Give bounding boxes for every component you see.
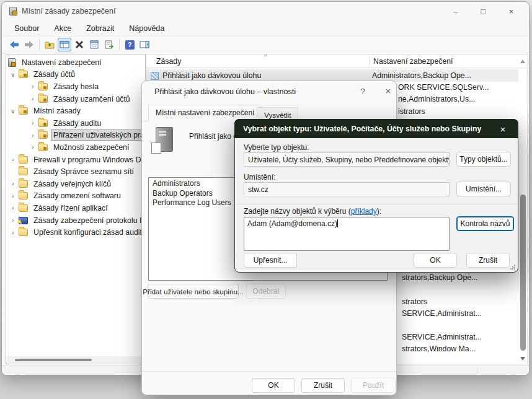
- tree-item-network-list-manager[interactable]: Zásady Správce seznamu sítí: [9, 165, 145, 178]
- chevron-down-icon[interactable]: ∨: [9, 108, 17, 115]
- dialog-help-button[interactable]: ?: [357, 87, 369, 96]
- tree-item-local-policies[interactable]: ∨Místní zásady: [9, 105, 145, 117]
- export-list-button[interactable]: [102, 38, 116, 51]
- chevron-right-icon[interactable]: ›: [9, 193, 17, 200]
- chevron-right-icon[interactable]: ›: [9, 229, 17, 236]
- policy-setting-fragment[interactable]: strators,Window Ma...: [402, 343, 476, 355]
- policy-row-selected[interactable]: Přihlásit jako dávkovou úlohu Administra…: [146, 69, 518, 82]
- menu-help[interactable]: Nápověda: [122, 22, 172, 35]
- delete-icon: [74, 40, 84, 50]
- toolbar-separator: [119, 39, 120, 50]
- tree-item-ip-security[interactable]: ›Zásady zabezpečení protokolu IP -: [9, 214, 145, 227]
- locations-button[interactable]: Umístění...: [456, 182, 511, 196]
- chevron-right-icon[interactable]: ›: [29, 83, 37, 90]
- add-user-or-group-button[interactable]: Přidat uživatele nebo skupinu...: [148, 284, 239, 299]
- policy-setting-fragment[interactable]: SERVICE,Administrat...: [402, 308, 482, 320]
- tree-item-lockout-policy[interactable]: ›Zásady uzamčení účtů: [29, 93, 145, 105]
- select-object-dialog: Vybrat objekt typu: Uživatelé, Počítače,…: [234, 119, 518, 273]
- tree-item-advanced-audit[interactable]: ›Upřesnit konfiguraci zásad auditov: [9, 226, 145, 239]
- back-button[interactable]: [7, 38, 21, 51]
- tree-item-public-key-policies[interactable]: ›Zásady veřejných klíčů: [9, 178, 145, 190]
- folder-icon: [19, 229, 28, 236]
- folder-lock-icon: [19, 71, 28, 78]
- folder-lock-icon: [38, 131, 48, 139]
- chevron-right-icon[interactable]: ›: [29, 120, 37, 126]
- chevron-right-icon[interactable]: ›: [9, 204, 17, 211]
- menu-action[interactable]: Akce: [47, 22, 79, 35]
- titlebar: Místní zásady zabezpečení – □ ×: [2, 2, 529, 20]
- tree-item-account-policies[interactable]: ∨Zásady účtů: [9, 69, 145, 81]
- policy-setting-fragment[interactable]: ne,Administrators,Us...: [398, 94, 475, 105]
- check-names-button[interactable]: Kontrola názvů: [456, 216, 514, 231]
- folder-icon: [19, 180, 28, 188]
- tree-item-user-rights-assignment[interactable]: ›Přiřazení uživatelských práv: [29, 129, 145, 142]
- security-root-icon: [8, 58, 16, 67]
- policy-setting-fragment[interactable]: istrators: [398, 106, 425, 118]
- text-cursor: [337, 219, 338, 227]
- section-separator: [235, 204, 518, 204]
- maximize-button[interactable]: □: [469, 2, 497, 20]
- object-type-label: Vyberte typ objektu:: [244, 143, 309, 152]
- folder-lock-icon: [38, 95, 48, 103]
- ok-button[interactable]: OK: [414, 253, 457, 268]
- remove-button[interactable]: Odebrat: [246, 284, 286, 299]
- advanced-button[interactable]: Upřesnit...: [244, 253, 297, 268]
- policy-setting-fragment[interactable]: SERVICE,Administrat...: [402, 331, 482, 343]
- resize-grip[interactable]: [510, 265, 515, 270]
- menu-view[interactable]: Zobrazit: [79, 22, 122, 35]
- tree-horizontal-scrollbar[interactable]: [6, 356, 145, 364]
- folder-icon: [19, 168, 28, 175]
- minimize-button[interactable]: –: [441, 2, 469, 20]
- properties-button[interactable]: [87, 38, 101, 51]
- column-policy[interactable]: Zásady: [156, 57, 181, 66]
- policy-setting-fragment[interactable]: ORK SERVICE,SQLServ...: [398, 82, 489, 94]
- cancel-button[interactable]: Zrušit: [301, 378, 345, 393]
- tree-item-software-restriction[interactable]: ›Zásady omezení softwaru: [9, 190, 145, 203]
- up-one-level-button[interactable]: [43, 38, 56, 51]
- object-types-button[interactable]: Typy objektů...: [456, 152, 511, 167]
- sort-ascending-icon: ^: [264, 54, 267, 60]
- chevron-right-icon[interactable]: ›: [9, 156, 17, 163]
- column-setting[interactable]: Nastavení zabezpečení: [373, 57, 453, 66]
- tree-item-application-control[interactable]: ›Zásady řízení aplikací: [9, 202, 145, 214]
- dialog-close-button[interactable]: ×: [494, 120, 512, 139]
- dialog-titlebar: Vybrat objekt typu: Uživatelé, Počítače,…: [234, 119, 518, 138]
- scroll-up-icon[interactable]: [520, 59, 525, 63]
- scroll-down-icon[interactable]: [520, 357, 525, 361]
- action-pane-toggle[interactable]: [138, 38, 151, 51]
- menu-file[interactable]: Soubor: [7, 22, 47, 35]
- close-button[interactable]: ×: [497, 2, 525, 20]
- minimize-icon: –: [453, 7, 458, 16]
- tree-item-security-options[interactable]: ›Možnosti zabezpečení: [29, 141, 145, 154]
- location-field: stw.cz: [244, 182, 450, 196]
- chevron-right-icon[interactable]: ›: [29, 95, 37, 102]
- chevron-right-icon[interactable]: ›: [9, 180, 17, 187]
- tree-item-audit-policy[interactable]: ›Zásady auditu: [29, 117, 145, 129]
- ok-button[interactable]: OK: [252, 378, 295, 393]
- delete-button[interactable]: [73, 38, 86, 51]
- examples-link[interactable]: příklady: [351, 207, 377, 216]
- column-divider[interactable]: [369, 56, 370, 66]
- forward-button[interactable]: [22, 38, 36, 51]
- policy-server-icon: [156, 127, 173, 152]
- chevron-right-icon[interactable]: ›: [29, 132, 37, 139]
- policy-setting-fragment[interactable]: strators: [402, 296, 427, 308]
- tree-item-security-settings[interactable]: Nastavení zabezpečení: [6, 56, 145, 69]
- object-names-input[interactable]: Adam (Adam@domena.cz): [244, 217, 450, 251]
- policy-setting-fragment[interactable]: strators,Backup Ope...: [402, 272, 477, 284]
- folder-icon: [19, 192, 28, 200]
- folder-icon: [19, 204, 28, 212]
- tree-item-password-policy[interactable]: ›Zásady hesla: [29, 81, 145, 93]
- toolbar: ?: [2, 37, 529, 53]
- tree-item-firewall[interactable]: ›Firewall v programu Windows Defe: [9, 154, 145, 166]
- scrollbar-thumb[interactable]: [15, 359, 92, 361]
- console-tree-toggle[interactable]: [58, 38, 71, 51]
- dialog-close-button[interactable]: ×: [381, 86, 395, 96]
- list-scrollbar-thumb[interactable]: [520, 195, 526, 351]
- object-names-label: Zadejte názvy objektů k výběru (příklady…: [244, 207, 381, 216]
- help-button[interactable]: ?: [123, 38, 136, 51]
- cancel-button[interactable]: Zrušit: [466, 253, 510, 268]
- chevron-down-icon[interactable]: ∨: [9, 71, 17, 78]
- apply-button[interactable]: Použít: [351, 378, 396, 393]
- chevron-right-icon[interactable]: ›: [29, 144, 37, 151]
